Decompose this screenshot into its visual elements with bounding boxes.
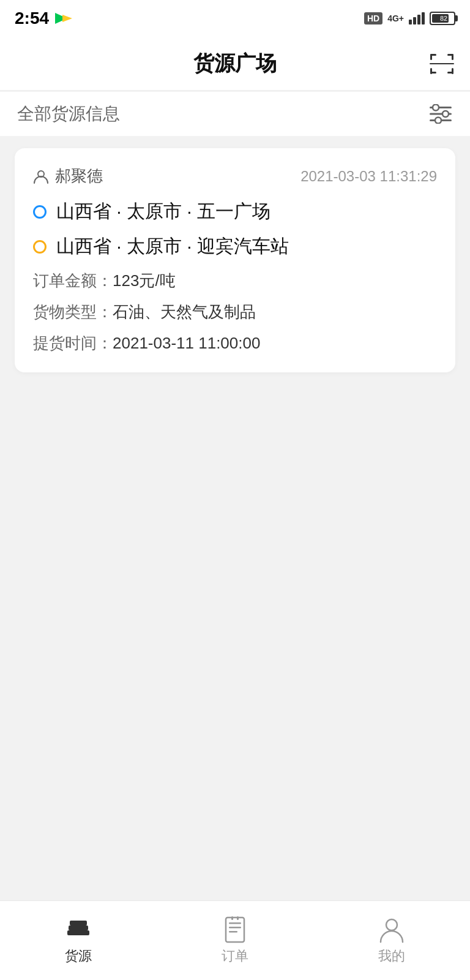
mine-nav-icon bbox=[378, 916, 405, 943]
filter-label: 全部货源信息 bbox=[17, 102, 120, 126]
card-origin-row: 山西省 · 太原市 · 五一广场 bbox=[33, 199, 437, 224]
nav-label-mine: 我的 bbox=[378, 947, 405, 965]
status-bar: 2:54 HD 4G+ 82 bbox=[0, 0, 470, 37]
live-icon bbox=[55, 13, 72, 24]
main-content: 郝聚德 2021-03-03 11:31:29 山西省 · 太原市 · 五一广场… bbox=[0, 136, 470, 900]
svg-rect-5 bbox=[452, 54, 453, 60]
battery-indicator: 82 bbox=[430, 12, 455, 25]
filter-button[interactable] bbox=[428, 102, 453, 126]
card-destination-row: 山西省 · 太原市 · 迎宾汽车站 bbox=[33, 234, 437, 259]
bottom-nav: 货源 订单 我的 bbox=[0, 900, 470, 980]
cargo-icon bbox=[65, 918, 92, 941]
pickup-time-label: 提货时间： bbox=[33, 334, 113, 352]
card-destination: 山西省 · 太原市 · 迎宾汽车站 bbox=[56, 234, 289, 259]
pickup-time-value: 2021-03-11 11:00:00 bbox=[113, 334, 260, 352]
svg-rect-26 bbox=[237, 916, 239, 920]
svg-rect-23 bbox=[229, 927, 241, 929]
cargo-type-value: 石油、天然气及制品 bbox=[113, 303, 256, 321]
filter-icon bbox=[430, 104, 452, 124]
svg-rect-24 bbox=[229, 931, 237, 933]
user-icon bbox=[33, 168, 49, 184]
hd-badge: HD bbox=[364, 12, 382, 24]
scan-button[interactable] bbox=[428, 50, 455, 77]
status-time: 2:54 bbox=[15, 9, 49, 28]
signal-bar-4 bbox=[422, 12, 425, 24]
amount-label: 订单金额： bbox=[33, 271, 113, 290]
card-cargo-type-row: 货物类型：石油、天然气及制品 bbox=[33, 300, 437, 324]
cargo-nav-icon bbox=[65, 916, 92, 943]
destination-dot bbox=[33, 240, 47, 254]
svg-rect-9 bbox=[452, 68, 453, 74]
svg-rect-25 bbox=[231, 916, 233, 920]
page-title: 货源广场 bbox=[193, 50, 277, 78]
order-icon bbox=[223, 916, 247, 943]
svg-rect-18 bbox=[67, 930, 89, 935]
header: 货源广场 bbox=[0, 37, 470, 91]
nav-item-mine[interactable]: 我的 bbox=[313, 901, 470, 980]
svg-rect-19 bbox=[69, 925, 88, 930]
card-user: 郝聚德 bbox=[33, 165, 103, 187]
card-header: 郝聚德 2021-03-03 11:31:29 bbox=[33, 165, 437, 187]
cargo-card[interactable]: 郝聚德 2021-03-03 11:31:29 山西省 · 太原市 · 五一广场… bbox=[15, 148, 455, 372]
battery-text: 82 bbox=[432, 15, 455, 22]
svg-point-14 bbox=[433, 105, 439, 111]
svg-marker-1 bbox=[62, 15, 72, 22]
nav-label-order: 订单 bbox=[222, 947, 248, 965]
status-left: 2:54 bbox=[15, 9, 72, 28]
origin-dot bbox=[33, 205, 47, 219]
scan-icon bbox=[430, 53, 454, 74]
nav-item-order[interactable]: 订单 bbox=[157, 901, 313, 980]
card-timestamp: 2021-03-03 11:31:29 bbox=[300, 168, 437, 185]
filter-bar: 全部货源信息 bbox=[0, 92, 470, 136]
svg-point-27 bbox=[386, 919, 397, 930]
nav-label-cargo: 货源 bbox=[65, 947, 92, 965]
svg-rect-22 bbox=[229, 922, 241, 924]
svg-rect-10 bbox=[430, 63, 454, 64]
signal-bar-2 bbox=[413, 17, 416, 24]
mine-icon bbox=[379, 916, 404, 943]
status-right: HD 4G+ 82 bbox=[364, 12, 455, 25]
card-origin: 山西省 · 太原市 · 五一广场 bbox=[56, 199, 270, 224]
svg-rect-3 bbox=[430, 54, 432, 60]
user-name: 郝聚德 bbox=[55, 165, 103, 187]
svg-rect-21 bbox=[226, 918, 244, 942]
svg-rect-20 bbox=[70, 921, 87, 925]
amount-value: 123元/吨 bbox=[113, 271, 176, 290]
signal-bar-1 bbox=[409, 20, 412, 24]
svg-point-16 bbox=[435, 118, 441, 124]
cargo-type-label: 货物类型： bbox=[33, 303, 113, 321]
card-amount-row: 订单金额：123元/吨 bbox=[33, 269, 437, 293]
nav-item-cargo[interactable]: 货源 bbox=[0, 901, 157, 980]
svg-point-15 bbox=[442, 111, 449, 117]
order-nav-icon bbox=[222, 916, 248, 943]
signal-bar-3 bbox=[417, 15, 420, 24]
signal-4g-label: 4G+ bbox=[387, 13, 404, 23]
svg-rect-7 bbox=[430, 68, 432, 74]
signal-bars bbox=[409, 12, 425, 24]
card-pickup-time-row: 提货时间：2021-03-11 11:00:00 bbox=[33, 331, 437, 355]
